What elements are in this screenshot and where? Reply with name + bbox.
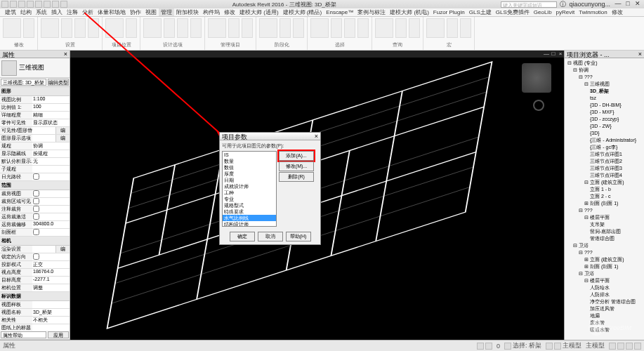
- ribbon-button[interactable]: [126, 18, 137, 38]
- property-edit-button[interactable]: 编辑...: [55, 127, 70, 134]
- tree-node[interactable]: 留洞-底部出图: [566, 228, 643, 235]
- status-icon[interactable]: [546, 343, 553, 350]
- tree-node[interactable]: 三维节点详图4: [566, 172, 643, 179]
- property-row[interactable]: 图纸上的标题: [0, 324, 70, 331]
- qat-icon[interactable]: [27, 1, 34, 8]
- nav-wheel-icon[interactable]: [533, 100, 544, 111]
- property-row[interactable]: 裁剪视图: [0, 190, 70, 198]
- status-icon[interactable]: [617, 343, 624, 350]
- ribbon-button[interactable]: [331, 18, 342, 38]
- property-value[interactable]: 正交: [32, 261, 70, 268]
- tree-node[interactable]: 人防给水: [566, 284, 643, 291]
- ribbon-button[interactable]: [228, 18, 239, 38]
- ribbon-tab[interactable]: 附加模块: [174, 8, 201, 16]
- ribbon-button[interactable]: [143, 18, 162, 38]
- property-row[interactable]: 目标高度-2277.1: [0, 277, 70, 284]
- ribbon-tab[interactable]: 注释: [65, 8, 80, 16]
- prop-help[interactable]: 属性帮助: [1, 331, 46, 338]
- ribbon-button[interactable]: [426, 18, 445, 38]
- property-value[interactable]: -2277.1: [32, 277, 70, 284]
- ribbon-tab[interactable]: GeoLib: [532, 8, 554, 16]
- tree-node[interactable]: ⊟ ???: [566, 74, 643, 81]
- ribbon-button[interactable]: [3, 18, 21, 38]
- ribbon-button[interactable]: [293, 18, 304, 38]
- property-checkbox[interactable]: [33, 253, 39, 260]
- property-value[interactable]: 1:100: [32, 96, 70, 103]
- ribbon-button[interactable]: [61, 18, 72, 38]
- close-button[interactable]: ✕: [633, 1, 643, 8]
- property-category[interactable]: 范围: [0, 181, 70, 190]
- ribbon-tab[interactable]: 插入: [49, 8, 65, 16]
- property-row[interactable]: 视图名称3D_桥架: [0, 309, 70, 317]
- ribbon-tab[interactable]: 体量和场地: [96, 8, 128, 16]
- property-row[interactable]: 裁剪区域可见: [0, 198, 70, 206]
- property-row[interactable]: 图形显示选项编辑...: [0, 135, 70, 143]
- property-row[interactable]: 渲染设置编辑...: [0, 246, 70, 253]
- ribbon-button[interactable]: [190, 18, 202, 38]
- property-value[interactable]: 无: [32, 158, 70, 165]
- tree-node[interactable]: tsz: [566, 95, 643, 102]
- tree-node[interactable]: {3D - ZW}: [566, 123, 643, 130]
- tree-node[interactable]: ⊟ 卫浴: [566, 242, 643, 249]
- tree-node[interactable]: 3D_桥架: [566, 88, 643, 95]
- ribbon-tab[interactable]: GLS土建: [467, 8, 494, 16]
- dialog-close-icon[interactable]: ×: [315, 133, 318, 140]
- tree-node[interactable]: 管道综合图: [566, 235, 643, 242]
- property-value[interactable]: 不相关: [32, 317, 70, 324]
- ribbon-tab[interactable]: 构件坞: [201, 8, 222, 16]
- property-value[interactable]: [32, 324, 70, 331]
- ribbon-tab[interactable]: 结构: [18, 8, 34, 16]
- property-value[interactable]: 精细: [32, 112, 70, 119]
- cancel-button[interactable]: 取消: [258, 232, 283, 241]
- property-category[interactable]: 图形: [0, 87, 70, 96]
- ok-button[interactable]: 确定: [230, 232, 255, 241]
- property-checkbox[interactable]: [33, 213, 39, 220]
- list-item[interactable]: 数值: [223, 164, 276, 171]
- status-icon[interactable]: [504, 343, 511, 350]
- property-value[interactable]: 显示原状态: [32, 119, 70, 126]
- qat-icon[interactable]: [1, 1, 8, 8]
- tree-node[interactable]: ⊟ 卫浴: [566, 270, 643, 277]
- ribbon-button[interactable]: [375, 18, 393, 38]
- qat-icon[interactable]: [10, 1, 17, 8]
- property-row[interactable]: 视图比例1:100: [0, 96, 70, 104]
- add-button[interactable]: 添加(A)...: [279, 151, 314, 161]
- qat-icon[interactable]: [35, 1, 42, 8]
- property-value[interactable]: 协调: [32, 143, 70, 150]
- list-item[interactable]: 专业: [223, 196, 276, 202]
- ribbon-tab[interactable]: Fuzor Plugin: [431, 8, 467, 16]
- ribbon-button[interactable]: [357, 18, 369, 38]
- property-row[interactable]: 零件可见性显示原状态: [0, 119, 70, 127]
- view-max-icon[interactable]: □: [550, 51, 557, 58]
- property-row[interactable]: 详细程度精细: [0, 112, 70, 119]
- property-value[interactable]: [32, 301, 70, 308]
- ribbon-button[interactable]: [208, 18, 226, 38]
- tree-node[interactable]: {3D}: [566, 130, 643, 137]
- view-close-icon[interactable]: ×: [557, 51, 564, 58]
- qat-icon[interactable]: [18, 1, 25, 8]
- tree-node[interactable]: 三维节点详图2: [566, 158, 643, 165]
- parameter-listbox[interactable]: IS数量数值厚度日期成就设计师工种专业规格型式特殊要求水气比例线结构设计师设备专…: [222, 151, 277, 227]
- ribbon-button[interactable]: [259, 18, 277, 38]
- property-category[interactable]: 标识数据: [0, 292, 70, 301]
- ribbon-tab[interactable]: 建模大师 (机电): [388, 8, 431, 16]
- property-row[interactable]: 视图样板: [0, 301, 70, 309]
- infocenter-icon[interactable]: ⓘ: [560, 0, 566, 9]
- property-edit-button[interactable]: 编辑...: [55, 246, 70, 253]
- ribbon-button[interactable]: [88, 18, 99, 38]
- ribbon-button[interactable]: [164, 18, 175, 38]
- apply-button[interactable]: 应用: [48, 331, 69, 338]
- tree-node[interactable]: ⊟ 三维视图: [566, 81, 643, 88]
- property-value[interactable]: 调整: [32, 284, 70, 291]
- tree-node[interactable]: {3D - zcczyp}: [566, 116, 643, 123]
- property-row[interactable]: 可见性/图形替换编辑...: [0, 127, 70, 135]
- property-checkbox[interactable]: [33, 206, 39, 212]
- ribbon-button[interactable]: [74, 18, 86, 38]
- status-icon[interactable]: [634, 343, 641, 350]
- list-item[interactable]: 结构设计师: [223, 221, 276, 227]
- ribbon-button[interactable]: [23, 18, 34, 38]
- status-icon[interactable]: [477, 343, 484, 350]
- property-edit-button[interactable]: 编辑...: [55, 135, 70, 142]
- ribbon-tab[interactable]: 管理: [159, 8, 174, 16]
- ribbon-tab[interactable]: Twinmotion: [577, 8, 609, 16]
